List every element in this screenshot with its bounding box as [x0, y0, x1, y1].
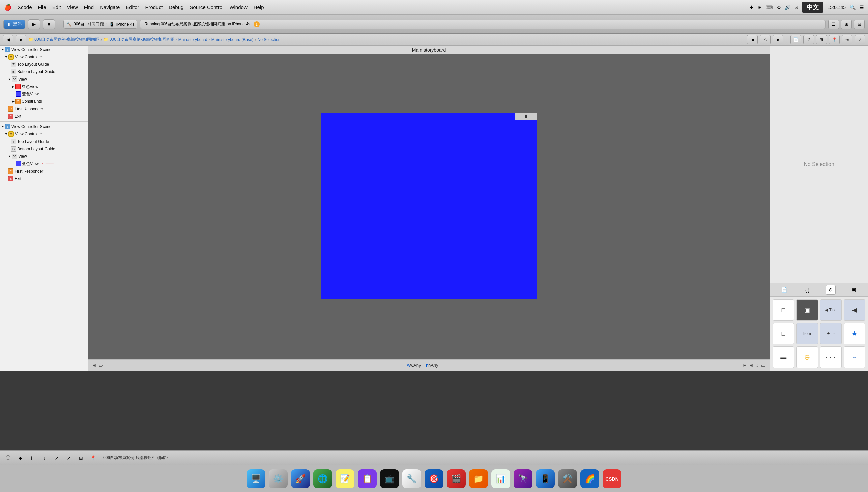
- dock-notes[interactable]: 📝: [335, 469, 354, 488]
- nav-forward-btn[interactable]: ▶: [16, 35, 26, 45]
- exit-1[interactable]: E Exit: [0, 113, 88, 120]
- nav-expand-btn[interactable]: ⤢: [854, 35, 865, 45]
- dock-system-prefs[interactable]: ⚙️: [269, 469, 288, 488]
- dock-instruments[interactable]: 🔭: [514, 469, 533, 488]
- widget-toolbar-item[interactable]: ★ ···: [820, 323, 842, 344]
- menu-xcode[interactable]: Xcode: [18, 4, 32, 10]
- dock-quicktime[interactable]: 🎬: [447, 469, 466, 488]
- nav-jump-btn[interactable]: ⇥: [842, 35, 852, 45]
- exit-2[interactable]: E Exit: [0, 175, 88, 182]
- dock-appstore[interactable]: 📱: [536, 469, 555, 488]
- view2-item[interactable]: ▼ V View: [0, 153, 88, 160]
- nav-warning-btn[interactable]: ◀: [747, 35, 758, 45]
- menu-editor[interactable]: Editor: [126, 4, 139, 10]
- warning-badge[interactable]: 1: [254, 21, 260, 27]
- nav-help-btn[interactable]: ?: [803, 35, 814, 45]
- bottom-layout-guide-1[interactable]: B Bottom Layout Guide: [0, 68, 88, 75]
- volume-icon[interactable]: 🔊: [785, 5, 791, 10]
- scene1-header[interactable]: ▼ S View Controller Scene: [0, 46, 88, 53]
- menu-source-control[interactable]: Source Control: [189, 4, 223, 10]
- dock-grapher[interactable]: 📊: [491, 469, 510, 488]
- menu-navigate[interactable]: Navigate: [100, 4, 120, 10]
- first-responder-2[interactable]: R First Responder: [0, 168, 88, 175]
- stop-button[interactable]: ■: [43, 19, 55, 29]
- bottom-layout-icon[interactable]: ⊞: [76, 453, 86, 463]
- widget-view-3[interactable]: □: [773, 323, 794, 344]
- bottom-location-icon[interactable]: 📍: [88, 453, 98, 463]
- widget-arrow-constraint[interactable]: ↔: [844, 346, 865, 368]
- scene2-header[interactable]: ▼ S View Controller Scene: [0, 123, 88, 130]
- bottom-step-icon[interactable]: ↓: [40, 453, 49, 463]
- editor-assistant-button[interactable]: ⊞: [841, 20, 852, 29]
- top-layout-guide-1[interactable]: T Top Layout Guide: [0, 61, 88, 68]
- dock-safari[interactable]: 🌐: [313, 469, 332, 488]
- nav-grid-btn[interactable]: ⊞: [816, 35, 827, 45]
- breadcrumb-4[interactable]: Main.storyboard (Base): [211, 38, 254, 42]
- nav-pin-btn[interactable]: 📍: [829, 35, 840, 45]
- canvas-width-icon[interactable]: ↕: [756, 363, 758, 368]
- vc1-header[interactable]: ▼ V View Controller: [0, 53, 88, 61]
- widget-nav-bar[interactable]: ◀ Title: [820, 299, 842, 321]
- editor-standard-button[interactable]: ☰: [828, 20, 839, 29]
- menu-view[interactable]: View: [67, 4, 78, 10]
- canvas-toggle-icon[interactable]: ⊞: [92, 363, 96, 368]
- dock-csdn[interactable]: CSDN: [603, 469, 621, 488]
- menu-window[interactable]: Window: [229, 4, 247, 10]
- canvas-zoom-icon[interactable]: ⊞: [749, 363, 753, 368]
- dock-simulator[interactable]: ⚒️: [558, 469, 577, 488]
- run-button[interactable]: ▶: [28, 19, 40, 29]
- rewind-icon[interactable]: ⟲: [777, 5, 781, 10]
- vc2-header[interactable]: ▼ V View Controller: [0, 130, 88, 138]
- canvas-nav-icon[interactable]: ▱: [99, 363, 103, 368]
- bottom-pause-icon[interactable]: ⏸: [28, 453, 37, 463]
- bottom-step-out-icon[interactable]: ↗: [64, 453, 73, 463]
- canvas-fit-icon[interactable]: ⊟: [743, 363, 747, 368]
- bottom-layout-guide-2[interactable]: B Bottom Layout Guide: [0, 145, 88, 153]
- menu-find[interactable]: Find: [84, 4, 94, 10]
- dock-filezilla[interactable]: 📁: [469, 469, 488, 488]
- first-responder-1[interactable]: R First Responder: [0, 105, 88, 113]
- breadcrumb-2[interactable]: 📁 006自动布局案例-底部按钮相同间距: [103, 37, 174, 43]
- canvas-viewport[interactable]: ▐▌: [88, 54, 770, 359]
- dock-finder[interactable]: 🖥️: [247, 469, 265, 488]
- view1-item[interactable]: ▼ V View: [0, 75, 88, 83]
- menu-product[interactable]: Product: [145, 4, 163, 10]
- pause-button[interactable]: ⏸ 暂停: [3, 20, 25, 29]
- red-view-item[interactable]: ▶ 红色View: [0, 83, 88, 90]
- bottom-step-over-icon[interactable]: ↗: [52, 453, 62, 463]
- keyboard-icon[interactable]: ⌨: [766, 5, 773, 10]
- chinese-input-box[interactable]: 中文: [802, 2, 823, 13]
- file-inspector-icon[interactable]: 📄: [779, 285, 789, 295]
- widget-dashed-constraint[interactable]: - - -: [820, 346, 842, 368]
- menu-debug[interactable]: Debug: [169, 4, 184, 10]
- dock-screencast[interactable]: 🌈: [580, 469, 599, 488]
- scheme-selector[interactable]: 🔨 006自···相同间距 › 📱 iPhone 4s: [63, 20, 137, 29]
- widget-star-btn[interactable]: ★: [844, 323, 865, 344]
- breadcrumb-3[interactable]: Main.storyboard: [179, 38, 207, 42]
- dock-launchpad[interactable]: 🚀: [291, 469, 310, 488]
- dock-terminal[interactable]: 📺: [380, 469, 399, 488]
- blue-view-item-1[interactable]: 蓝色View: [0, 90, 88, 98]
- widget-view-4[interactable]: ▬: [773, 346, 794, 368]
- blue-view-item-2[interactable]: 蓝色View ←——: [0, 160, 88, 168]
- dock-xcode-build[interactable]: 🔧: [402, 469, 421, 488]
- widget-back-btn[interactable]: ◀: [844, 299, 865, 321]
- menu-help[interactable]: Help: [254, 4, 264, 10]
- widget-tab-bar[interactable]: Item: [796, 323, 818, 344]
- quick-help-icon[interactable]: { }: [802, 285, 812, 295]
- menu-file[interactable]: File: [38, 4, 46, 10]
- list-icon[interactable]: ☰: [860, 5, 864, 10]
- canvas-aspect-icon[interactable]: ▭: [761, 363, 766, 368]
- nav-alert-btn[interactable]: ⚠: [760, 35, 771, 45]
- identity-inspector-icon[interactable]: ⊙: [825, 285, 836, 295]
- apple-menu[interactable]: 🍎: [4, 4, 11, 11]
- widget-view-2[interactable]: ▣: [796, 299, 818, 321]
- constraints-item[interactable]: ▶ C Constraints: [0, 98, 88, 105]
- plus-icon[interactable]: ✚: [750, 5, 754, 10]
- widget-view-1[interactable]: □: [773, 299, 794, 321]
- attributes-inspector-icon[interactable]: ▣: [849, 285, 859, 295]
- editor-version-button[interactable]: ⊟: [854, 20, 865, 29]
- search-icon[interactable]: 🔍: [850, 5, 855, 10]
- dock-onenote[interactable]: 📋: [358, 469, 377, 488]
- widget-constraint[interactable]: ⊖: [796, 346, 818, 368]
